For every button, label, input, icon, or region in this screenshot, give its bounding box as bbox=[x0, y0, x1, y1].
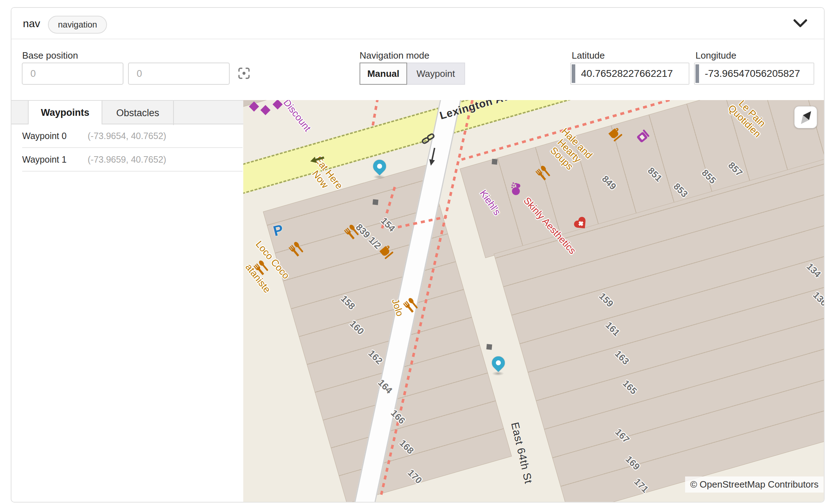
mode-waypoint-button[interactable]: Waypoint bbox=[406, 63, 465, 85]
waypoint-name: Waypoint 0 bbox=[22, 131, 67, 141]
drag-handle[interactable] bbox=[572, 64, 575, 83]
crosshair-icon bbox=[238, 67, 250, 80]
poi-label: Discount bbox=[281, 100, 313, 133]
waypoint-list: Waypoint 0 (-73.9654, 40.7652) Waypoint … bbox=[11, 124, 243, 172]
tab-obstacles[interactable]: Obstacles bbox=[102, 101, 174, 125]
base-position-label: Base position bbox=[22, 50, 78, 61]
base-position-y-input[interactable] bbox=[128, 63, 230, 85]
clothes-icon bbox=[250, 103, 258, 110]
dashed-path bbox=[371, 100, 379, 128]
waypoint-marker-pin[interactable] bbox=[371, 157, 389, 176]
clothes-icon bbox=[274, 101, 281, 108]
street-label-east64: East 64th St bbox=[509, 421, 535, 485]
navigation-badge: navigation bbox=[48, 16, 107, 34]
navigation-mode-label: Navigation mode bbox=[360, 50, 429, 61]
panel-title: nav bbox=[23, 18, 40, 30]
longitude-input[interactable]: -73.96547056205827 bbox=[694, 63, 814, 85]
map-building bbox=[243, 100, 360, 109]
mode-manual-button[interactable]: Manual bbox=[360, 63, 407, 85]
waypoint-coords: (-73.9654, 40.7652) bbox=[88, 131, 166, 141]
map-attribution: © OpenStreetMap Contributors bbox=[685, 476, 824, 493]
latitude-input[interactable]: 40.76528227662217 bbox=[570, 63, 689, 85]
compass-button[interactable] bbox=[794, 106, 817, 128]
tab-waypoints[interactable]: Waypoints bbox=[28, 100, 102, 124]
compass-needle-icon bbox=[798, 109, 814, 127]
waypoint-marker-pin[interactable] bbox=[489, 354, 508, 372]
collapse-button[interactable] bbox=[791, 16, 809, 32]
waypoint-coords: (-73.9659, 40.7652) bbox=[88, 154, 166, 165]
waypoint-row[interactable]: Waypoint 1 (-73.9659, 40.7652) bbox=[22, 148, 243, 172]
longitude-value: -73.96547056205827 bbox=[705, 63, 800, 84]
marker-shadow bbox=[373, 175, 385, 179]
entrance-icon bbox=[485, 343, 493, 351]
latitude-value: 40.76528227662217 bbox=[581, 63, 673, 84]
navigation-mode-toggle: Manual Waypoint bbox=[360, 63, 465, 85]
center-locate-button[interactable] bbox=[237, 66, 251, 81]
waypoint-name: Waypoint 1 bbox=[22, 154, 67, 165]
waypoint-row[interactable]: Waypoint 0 (-73.9654, 40.7652) bbox=[22, 124, 243, 148]
base-position-x-input[interactable] bbox=[22, 63, 123, 85]
chevron-down-icon bbox=[793, 19, 807, 28]
tab-strip-lead bbox=[11, 101, 28, 124]
navigation-panel: nav navigation Base position Navigation … bbox=[11, 7, 825, 503]
marker-shadow bbox=[492, 371, 504, 376]
longitude-label: Longitude bbox=[695, 50, 736, 61]
map-canvas[interactable]: Lexington Ave East 64th St © OpenStreetM… bbox=[243, 100, 825, 503]
drag-handle[interactable] bbox=[695, 64, 699, 83]
clothes-icon bbox=[262, 107, 269, 114]
panel-header: nav navigation bbox=[11, 8, 824, 39]
tab-strip: Waypoints Obstacles bbox=[11, 100, 243, 124]
latitude-label: Latitude bbox=[572, 50, 605, 61]
